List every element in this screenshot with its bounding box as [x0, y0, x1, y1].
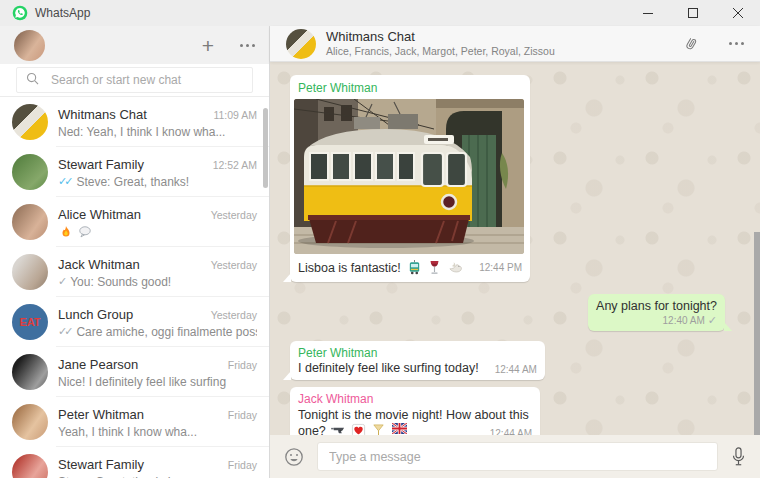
chat-participants: Alice, Francis, Jack, Margot, Peter, Roy… [326, 45, 555, 57]
fire-emoji [59, 225, 73, 239]
message-time: 12:40 AM [663, 315, 705, 326]
close-button[interactable] [715, 0, 760, 26]
chat-title: Whitmans Chat [326, 30, 555, 45]
emoji-picker-icon[interactable] [284, 447, 304, 467]
chat-time: Yesterday [205, 309, 257, 321]
message-outgoing: Any plans for tonight? 12:40 AM ✓ [588, 294, 725, 331]
message-time: 12:44 AM [495, 364, 537, 375]
search-bar [0, 64, 269, 97]
message-photo: Peter Whitman [290, 75, 530, 282]
chat-avatar [12, 404, 48, 440]
chat-name: Lunch Group [58, 307, 133, 322]
chat-row-stewart-family[interactable]: Stewart Family12:52 AM ✓✓Steve: Great, t… [0, 147, 269, 197]
chat-preview: Steve: Great, thanks! [58, 475, 257, 478]
uk-flag-emoji [392, 423, 407, 435]
message-movie-night: Jack Whitman Tonight is the movie night!… [290, 387, 540, 435]
chat-time: 11:09 AM [207, 109, 257, 121]
chat-row-lunch-group[interactable]: EAT Lunch GroupYesterday ✓✓Care amiche, … [0, 297, 269, 347]
chat-avatar: EAT [12, 304, 48, 340]
chat-pane: Whitmans Chat Alice, Francis, Jack, Marg… [270, 26, 760, 478]
speech-balloon-emoji [78, 225, 92, 239]
chat-preview: Nice! I definitely feel like surfing [58, 375, 257, 389]
message-sender: Peter Whitman [298, 344, 537, 360]
composer-bar [270, 435, 760, 478]
minimize-button[interactable] [625, 0, 670, 26]
chat-time: 12:52 AM [207, 159, 257, 171]
message-time: 12:44 AM [490, 428, 532, 436]
message-sender: Peter Whitman [294, 79, 526, 99]
chat-menu-button[interactable] [729, 42, 744, 45]
chat-name: Jane Pearson [58, 357, 138, 372]
cocktail-emoji [371, 423, 386, 435]
message-surfing: Peter Whitman I definitely feel like sur… [290, 341, 545, 380]
single-tick-icon: ✓ [58, 275, 67, 288]
chat-preview: ✓You: Sounds good! [58, 275, 257, 289]
search-icon [26, 71, 39, 89]
chat-header-avatar[interactable] [286, 29, 316, 59]
sidebar: + Whitmans Chat11:09 AM Ned: Y [0, 26, 270, 478]
messages-scrollbar[interactable] [754, 232, 760, 435]
chat-row-stewart-family-2[interactable]: Stewart FamilyFriday Steve: Great, thank… [0, 447, 269, 478]
heart-card-emoji [351, 423, 366, 435]
chat-avatar [12, 154, 48, 190]
chat-name: Stewart Family [58, 457, 144, 472]
chat-list: Whitmans Chat11:09 AM Ned: Yeah, I think… [0, 97, 269, 478]
chat-time: Yesterday [205, 209, 257, 221]
dove-emoji [448, 260, 463, 275]
sidebar-menu-button[interactable] [240, 44, 255, 47]
attach-icon[interactable] [680, 33, 702, 55]
maximize-button[interactable] [670, 0, 715, 26]
user-avatar[interactable] [14, 30, 45, 61]
chat-name: Peter Whitman [58, 407, 144, 422]
tram-emoji [407, 260, 422, 275]
chat-time: Friday [222, 409, 257, 421]
chat-avatar [12, 254, 48, 290]
double-tick-icon: ✓✓ [58, 325, 70, 338]
chat-time: Friday [222, 459, 257, 471]
chat-header: Whitmans Chat Alice, Francis, Jack, Marg… [270, 26, 760, 62]
chat-name: Alice Whitman [58, 207, 141, 222]
search-input[interactable] [51, 73, 243, 87]
chat-avatar [12, 204, 48, 240]
chat-preview: Yeah, I think I know wha... [58, 425, 257, 439]
double-tick-icon: ✓✓ [58, 175, 70, 188]
message-input[interactable] [317, 442, 718, 471]
chat-name: Jack Whitman [58, 257, 140, 272]
chat-row-peter-whitman[interactable]: Peter WhitmanFriday Yeah, I think I know… [0, 397, 269, 447]
chat-row-jack-whitman[interactable]: Jack WhitmanYesterday ✓You: Sounds good! [0, 247, 269, 297]
message-text: Any plans for tonight? [596, 299, 717, 313]
message-text: I definitely feel like surfing today! [298, 361, 479, 375]
chat-preview [58, 225, 257, 239]
chat-avatar [12, 354, 48, 390]
chat-name: Whitmans Chat [58, 107, 147, 122]
single-tick-icon: ✓ [708, 314, 717, 327]
message-caption: Lisboa is fantastic! [298, 261, 401, 275]
message-area: Peter Whitman [270, 62, 760, 435]
chat-row-whitmans-chat[interactable]: Whitmans Chat11:09 AM Ned: Yeah, I think… [0, 97, 269, 147]
whatsapp-window: WhatsApp + [0, 0, 760, 478]
message-sender: Jack Whitman [298, 390, 532, 406]
chat-row-jane-pearson[interactable]: Jane PearsonFriday Nice! I definitely fe… [0, 347, 269, 397]
wine-glass-emoji [427, 260, 442, 275]
chat-row-alice-whitman[interactable]: Alice WhitmanYesterday [0, 197, 269, 247]
chat-name: Stewart Family [58, 157, 144, 172]
chat-time: Friday [222, 359, 257, 371]
message-image-tram[interactable] [294, 99, 524, 254]
titlebar: WhatsApp [0, 0, 760, 26]
message-time: 12:44 PM [479, 262, 522, 273]
new-chat-button[interactable]: + [202, 35, 214, 56]
chat-avatar [12, 104, 48, 140]
chat-preview: Ned: Yeah, I think I know wha... [58, 125, 257, 139]
microphone-icon[interactable] [731, 447, 746, 467]
app-title: WhatsApp [35, 6, 90, 20]
chat-preview: ✓✓Steve: Great, thanks! [58, 175, 257, 189]
chat-preview: ✓✓Care amiche, oggi finalmente posso [58, 325, 257, 339]
sidebar-scrollbar[interactable] [263, 108, 268, 188]
chat-avatar [12, 454, 48, 478]
pistol-emoji [330, 423, 345, 435]
sidebar-header: + [0, 26, 269, 64]
whatsapp-logo-icon [12, 5, 28, 21]
chat-time: Yesterday [205, 259, 257, 271]
